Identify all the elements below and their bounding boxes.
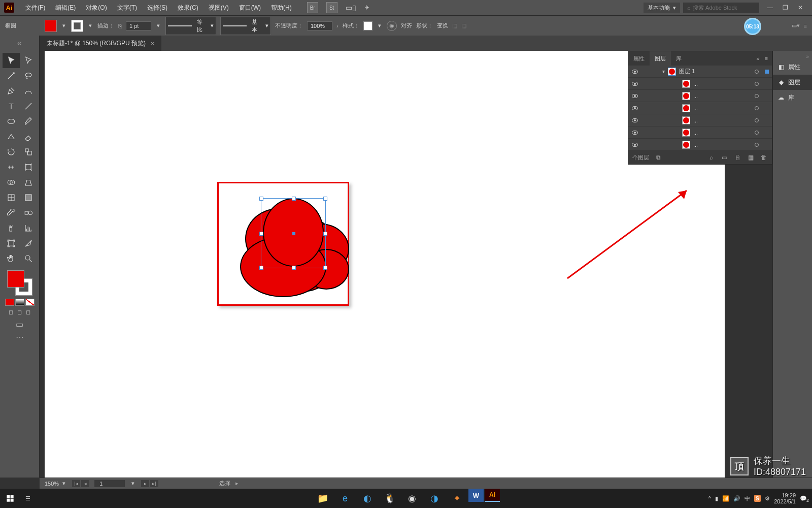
stroke-profile[interactable]: 等比▾ (165, 17, 216, 35)
tray-settings-icon[interactable]: ⚙ (765, 495, 770, 502)
lasso-tool[interactable] (20, 68, 37, 83)
first-artboard-icon[interactable]: |◂ (72, 480, 80, 487)
style-dd[interactable]: ▾ (377, 22, 383, 29)
menu-effect[interactable]: 效果(C) (173, 4, 204, 12)
chevron-down-icon[interactable]: ▾ (662, 69, 665, 74)
tray-volume-icon[interactable]: 🔊 (733, 495, 740, 502)
opacity-input[interactable]: 100% (307, 21, 332, 30)
taskbar-edge-icon[interactable]: e (334, 489, 356, 508)
panel-tab-libraries[interactable]: 库 (671, 51, 687, 66)
ellipse-tool[interactable] (3, 114, 20, 129)
workspace-switcher[interactable]: 基本功能▾ (644, 3, 680, 13)
document-tab[interactable]: 未标题-1* @ 150% (RGB/GPU 预览) × (40, 36, 161, 51)
menu-window[interactable]: 窗口(W) (234, 4, 266, 12)
sublayer-row[interactable]: ... (628, 90, 772, 102)
menu-edit[interactable]: 编辑(E) (50, 4, 81, 12)
prev-artboard-icon[interactable]: ◂ (81, 480, 89, 487)
stroke-link-icon[interactable]: ⎘ (118, 23, 122, 29)
line-tool[interactable] (20, 99, 37, 114)
stroke-dropdown[interactable]: ▾ (87, 22, 93, 29)
taskbar-word-icon[interactable]: W (468, 489, 484, 502)
panel-collapse-icon[interactable]: » (756, 55, 759, 61)
menu-object[interactable]: 对象(O) (81, 4, 112, 12)
pen-tool[interactable] (3, 83, 20, 99)
width-tool[interactable] (3, 160, 20, 175)
zoom-dd[interactable]: ▾ (61, 480, 67, 487)
tray-clock[interactable]: 19:29 2022/5/1 (774, 492, 796, 504)
type-tool[interactable] (3, 99, 20, 114)
arrange-icon[interactable]: ▭▯ (346, 4, 356, 12)
new-sublayer-icon[interactable]: ⎘ (733, 153, 741, 162)
draw-inside-icon[interactable]: ◻ (26, 309, 30, 315)
artboard-number[interactable]: 1 (94, 480, 125, 487)
color-mode[interactable] (5, 299, 14, 306)
panel-tab-properties[interactable]: 属性 (628, 51, 650, 66)
menu-view[interactable]: 视图(V) (204, 4, 234, 12)
shape-label[interactable]: 形状： (416, 22, 433, 29)
maximize-button[interactable]: ❐ (777, 3, 793, 13)
visibility-toggle[interactable] (628, 82, 641, 86)
minimize-button[interactable]: — (762, 3, 777, 13)
panel-menu-icon[interactable]: ≡ (804, 23, 807, 29)
sublayer-row[interactable]: ... (628, 102, 772, 114)
isolate2-icon[interactable]: ⬚ (461, 22, 466, 29)
tray-wifi-icon[interactable]: 📶 (722, 495, 729, 502)
delete-layer-icon[interactable]: 🗑 (760, 153, 768, 162)
visibility-toggle[interactable] (628, 143, 641, 147)
menu-type[interactable]: 文字(T) (112, 4, 142, 12)
new-layer-icon[interactable]: ▦ (747, 153, 755, 162)
taskbar-app-icon[interactable]: ✦ (446, 489, 467, 508)
visibility-toggle[interactable] (628, 131, 641, 135)
stock-icon[interactable]: St (326, 2, 337, 13)
strip-collapse[interactable]: » (773, 54, 812, 59)
mesh-tool[interactable] (3, 190, 20, 205)
artboard-tool[interactable] (3, 236, 20, 251)
last-artboard-icon[interactable]: ▸| (150, 480, 158, 487)
artboard[interactable] (45, 51, 725, 478)
artboard-dd[interactable]: ▾ (130, 480, 136, 487)
paintbrush-tool[interactable] (20, 114, 37, 129)
visibility-toggle[interactable] (628, 94, 641, 98)
eyedropper-tool[interactable] (3, 205, 20, 220)
curvature-tool[interactable] (20, 83, 37, 99)
stroke-swatch[interactable] (71, 20, 83, 32)
toolbar-collapse[interactable]: « (0, 36, 40, 51)
fill-color[interactable] (7, 270, 24, 288)
selection-indicator[interactable] (765, 70, 769, 74)
perspective-tool[interactable] (20, 175, 37, 190)
tray-ime[interactable]: 中 (745, 495, 750, 502)
close-button[interactable]: ✕ (793, 3, 808, 13)
clip-mask-icon[interactable]: ▭ (720, 153, 728, 162)
brush-definition[interactable]: 基本▾ (220, 17, 271, 35)
fill-dropdown[interactable]: ▾ (61, 22, 67, 29)
edit-toolbar[interactable]: ⋯ (16, 332, 24, 342)
tray-chevron-icon[interactable]: ^ (708, 495, 711, 501)
zoom-level[interactable]: 150% (45, 481, 59, 487)
taskbar-illustrator-icon[interactable]: Ai (485, 489, 500, 502)
gpu-icon[interactable]: ✈ (364, 4, 369, 11)
taskbar-chrome-icon[interactable]: ◉ (401, 489, 423, 508)
shape-builder-tool[interactable] (3, 175, 20, 190)
tray-notifications-icon[interactable]: 💬2 (800, 495, 807, 502)
recolor-icon[interactable]: ◉ (387, 21, 397, 31)
visibility-toggle[interactable] (628, 106, 641, 110)
graph-tool[interactable] (20, 220, 37, 236)
rotate-tool[interactable] (3, 144, 20, 160)
style-swatch[interactable] (363, 21, 373, 30)
shaper-tool[interactable] (3, 129, 20, 144)
status-more-icon[interactable]: ▸ (235, 480, 239, 487)
taskbar-browser-icon[interactable]: ◐ (357, 489, 378, 508)
slice-tool[interactable] (20, 236, 37, 251)
selection-tool[interactable] (3, 53, 20, 68)
sublayer-row[interactable]: ... (628, 78, 772, 90)
stroke-weight-input[interactable]: 1 pt (126, 21, 151, 30)
scale-tool[interactable] (20, 144, 37, 160)
gradient-tool[interactable] (20, 190, 37, 205)
tray-battery-icon[interactable]: ▮ (715, 495, 718, 502)
sublayer-row[interactable]: ... (628, 126, 772, 139)
strip-libraries[interactable]: ☁ 库 (773, 90, 812, 105)
align-label[interactable]: 对齐 (401, 22, 412, 29)
magic-wand-tool[interactable] (3, 68, 20, 83)
visibility-toggle[interactable] (628, 118, 641, 122)
panel-menu-icon[interactable]: ≡ (765, 55, 768, 61)
